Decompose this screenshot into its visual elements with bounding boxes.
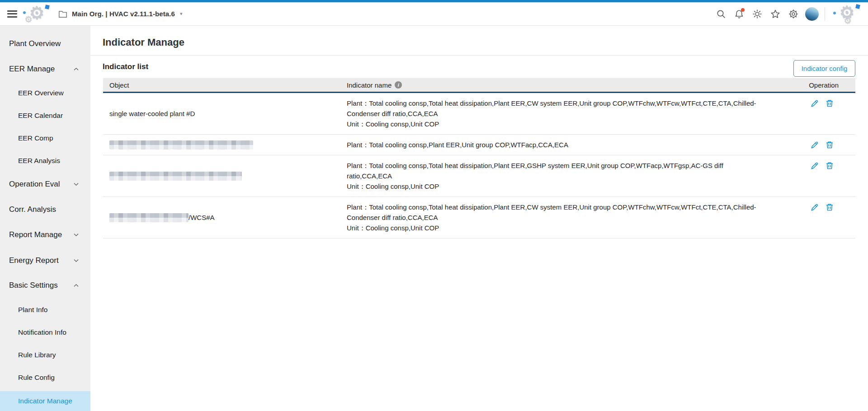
column-header-indicator-name: Indicator name i xyxy=(341,81,788,89)
gear-logo-small-icon: ⚙ xyxy=(844,16,851,25)
blue-dot-icon xyxy=(23,11,26,14)
sidebar-item-rule-library[interactable]: Rule Library xyxy=(0,347,90,363)
object-cell xyxy=(103,135,341,155)
blue-cube-icon xyxy=(855,4,860,9)
chevron-down-icon xyxy=(74,234,79,237)
sidebar-item-indicator-manage[interactable]: Indicator Manage xyxy=(0,391,90,411)
indicator-table: Object Indicator name i Operation single… xyxy=(103,78,855,238)
object-cell: single water-cooled plant #D xyxy=(103,93,341,134)
favorites-star-icon[interactable] xyxy=(770,9,781,19)
sidebar-item-report-manage[interactable]: Report Manage xyxy=(0,227,90,243)
object-cell: /WCS#A xyxy=(103,197,341,238)
indicator-name-cell: Plant：Total cooling consp,Total heat dis… xyxy=(341,197,788,238)
column-header-object: Object xyxy=(103,81,341,89)
edit-pencil-icon[interactable] xyxy=(810,99,819,108)
search-icon[interactable] xyxy=(716,9,726,19)
delete-trash-icon[interactable] xyxy=(825,161,834,170)
app-logo-right: ⚙ ⚙ xyxy=(831,4,861,24)
title-divider xyxy=(90,55,868,56)
operation-cell xyxy=(788,197,855,238)
indicator-name-cell: Plant：Total cooling consp,Total heat dis… xyxy=(341,93,788,134)
caret-down-icon: ▾ xyxy=(180,11,183,17)
chevron-down-icon xyxy=(74,183,79,186)
table-header-row: Object Indicator name i Operation xyxy=(103,78,855,93)
sidebar-item-plant-info[interactable]: Plant Info xyxy=(0,302,90,318)
sidebar-item-rule-config[interactable]: Rule Config xyxy=(0,369,90,386)
edit-pencil-icon[interactable] xyxy=(810,203,819,212)
indicator-line: ratio,CCA,ECA xyxy=(347,171,767,181)
user-avatar[interactable] xyxy=(805,7,819,21)
censored-text-block xyxy=(109,140,253,149)
delete-trash-icon[interactable] xyxy=(825,99,834,108)
sidebar-item-eer-overview[interactable]: EER Overview xyxy=(0,85,90,101)
main-content: Indicator Manage Indicator list Indicato… xyxy=(90,26,868,411)
censored-text-block xyxy=(109,213,189,222)
operation-cell xyxy=(788,135,855,155)
info-icon[interactable]: i xyxy=(395,81,402,89)
indicator-line: Plant：Total cooling consp,Plant EER,Unit… xyxy=(347,140,767,150)
operation-cell xyxy=(788,93,855,134)
org-switcher[interactable]: Main Org. | HVAC v2.11.1-beta.6 ▾ xyxy=(58,9,182,19)
chevron-up-icon xyxy=(74,284,79,287)
sidebar-item-eer-manage[interactable]: EER Manage xyxy=(0,61,90,77)
sidebar-item-eer-comp[interactable]: EER Comp xyxy=(0,130,90,146)
indicator-line: Plant：Total cooling consp,Total heat dis… xyxy=(347,160,767,171)
object-cell xyxy=(103,155,341,196)
chevron-down-icon xyxy=(74,259,79,262)
settings-gear-icon[interactable] xyxy=(788,9,799,19)
indicator-line: Condenser diff ratio,CCA,ECA xyxy=(347,108,767,119)
blue-cube-icon xyxy=(45,5,50,9)
brightness-icon[interactable] xyxy=(752,9,763,19)
sidebar-item-plant-overview[interactable]: Plant Overview xyxy=(0,36,90,52)
censored-text-block xyxy=(109,172,242,181)
section-title: Indicator list xyxy=(103,62,148,71)
folder-icon xyxy=(58,9,68,19)
indicator-line: Plant：Total cooling consp,Total heat dis… xyxy=(347,98,767,108)
indicator-line: Condenser diff ratio,CCA,ECA xyxy=(347,212,767,223)
indicator-name-cell: Plant：Total cooling consp,Total heat dis… xyxy=(341,155,788,196)
sidebar-item-notification-info[interactable]: Notification Info xyxy=(0,324,90,341)
table-row: /WCS#A Plant：Total cooling consp,Total h… xyxy=(103,197,855,238)
hamburger-menu-icon[interactable] xyxy=(7,10,17,18)
notifications-bell-icon[interactable] xyxy=(734,9,745,19)
blue-dot-icon xyxy=(833,12,836,14)
table-row: single water-cooled plant #D Plant：Total… xyxy=(103,93,855,135)
sidebar-item-energy-report[interactable]: Energy Report xyxy=(0,252,90,269)
delete-trash-icon[interactable] xyxy=(825,140,834,149)
sidebar-item-eer-analysis[interactable]: EER Analysis xyxy=(0,153,90,169)
app-header: ⚙ ⚙ Main Org. | HVAC v2.11.1-beta.6 ▾ xyxy=(0,2,868,26)
indicator-line: Plant：Total cooling consp,Total heat dis… xyxy=(347,202,767,212)
sidebar-item-eer-calendar[interactable]: EER Calendar xyxy=(0,107,90,124)
edit-pencil-icon[interactable] xyxy=(810,140,819,149)
table-row: Plant：Total cooling consp,Plant EER,Unit… xyxy=(103,135,855,155)
operation-cell xyxy=(788,155,855,196)
indicator-line: Unit：Cooling consp,Unit COP xyxy=(347,119,767,129)
org-title: Main Org. | HVAC v2.11.1-beta.6 xyxy=(72,10,175,18)
header-divider xyxy=(825,7,825,21)
indicator-name-cell: Plant：Total cooling consp,Plant EER,Unit… xyxy=(341,135,788,155)
sidebar-item-basic-settings[interactable]: Basic Settings xyxy=(0,277,90,294)
sidebar-item-corr-analysis[interactable]: Corr. Analysis xyxy=(0,201,90,218)
column-header-operation: Operation xyxy=(788,81,855,89)
indicator-config-button[interactable]: Indicator config xyxy=(793,60,855,77)
sidebar-item-operation-eval[interactable]: Operation Eval xyxy=(0,176,90,192)
chevron-up-icon xyxy=(74,68,79,71)
notification-badge xyxy=(741,8,745,12)
indicator-line: Unit：Cooling consp,Unit COP xyxy=(347,181,767,191)
delete-trash-icon[interactable] xyxy=(825,203,834,212)
app-logo: ⚙ ⚙ xyxy=(23,4,51,24)
indicator-line: Unit：Cooling consp,Unit COP xyxy=(347,223,767,233)
sidebar: Plant Overview EER Manage EER Overview E… xyxy=(0,26,90,411)
gear-logo-small-icon: ⚙ xyxy=(24,15,32,23)
edit-pencil-icon[interactable] xyxy=(810,161,819,170)
page-title: Indicator Manage xyxy=(103,37,184,48)
table-row: Plant：Total cooling consp,Total heat dis… xyxy=(103,155,855,197)
